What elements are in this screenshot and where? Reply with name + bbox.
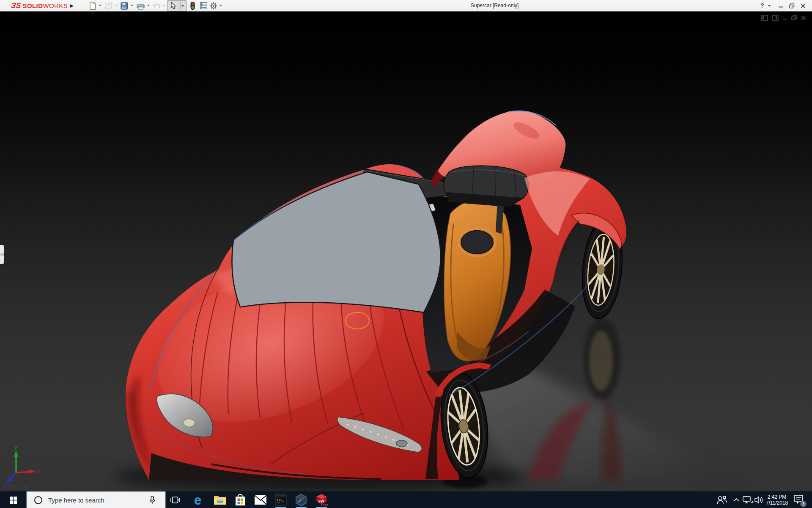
- help-button[interactable]: ?: [760, 0, 764, 11]
- open-caret[interactable]: [115, 5, 118, 6]
- solidworks-2017-icon: SW 2017: [315, 493, 328, 507]
- graphics-viewport[interactable]: Y X Z *Dimetric: [0, 11, 812, 491]
- printer-icon: [137, 2, 145, 10]
- windows-taskbar: e: [0, 491, 812, 508]
- start-button[interactable]: [0, 491, 26, 508]
- minimize-button[interactable]: [778, 0, 783, 11]
- view-orientation-label: *Dimetric: [8, 484, 30, 490]
- new-document-button[interactable]: [88, 1, 97, 10]
- tray-time: 2:42 PM: [768, 494, 787, 500]
- network-icon: [743, 496, 753, 504]
- restore-icon: [789, 3, 795, 8]
- chevron-up-icon: [733, 498, 739, 502]
- taskbar-item-mail[interactable]: [251, 491, 270, 508]
- edge-icon: e: [193, 494, 206, 506]
- svg-text:Y: Y: [14, 447, 17, 451]
- open-button[interactable]: [104, 1, 114, 10]
- taskbar-item-store[interactable]: [231, 491, 250, 508]
- print-caret[interactable]: [147, 5, 150, 6]
- svg-text:2017: 2017: [321, 503, 328, 507]
- search-input[interactable]: [47, 496, 134, 504]
- save-floppy-icon: [121, 2, 128, 10]
- rebuild-button[interactable]: [188, 1, 197, 10]
- tray-date: 7/11/2018: [766, 500, 788, 506]
- task-view-button[interactable]: [166, 491, 184, 508]
- tray-network[interactable]: [743, 491, 753, 508]
- select-split-divider: [180, 2, 181, 10]
- svg-text:e: e: [194, 494, 201, 506]
- cortana-icon: [34, 496, 42, 504]
- tray-volume[interactable]: [754, 491, 764, 508]
- taskbar-item-composer[interactable]: [292, 491, 310, 508]
- restore-button[interactable]: [789, 0, 795, 11]
- svg-text:C:\_: C:\_: [277, 498, 284, 502]
- taskbar-item-command-prompt[interactable]: C:\_: [272, 491, 290, 508]
- svg-text:SW: SW: [318, 499, 324, 503]
- svg-text:X: X: [37, 469, 40, 474]
- taskbar-item-solidworks[interactable]: SW 2017: [312, 491, 331, 508]
- options-caret[interactable]: [219, 5, 222, 6]
- close-icon: [801, 3, 806, 8]
- file-explorer-icon: [214, 494, 226, 505]
- document-title: Supercar [Read-only]: [471, 0, 518, 11]
- minimize-icon: [778, 3, 783, 8]
- taskbar-item-file-explorer[interactable]: [211, 491, 229, 508]
- select-tool-button[interactable]: [167, 0, 187, 11]
- car-3d-render[interactable]: [0, 11, 812, 491]
- solidworks-window: ЗS SOLID WORKS ▶: [0, 0, 812, 508]
- print-button[interactable]: [136, 1, 145, 10]
- undo-caret[interactable]: [163, 5, 165, 6]
- microphone-icon[interactable]: [149, 496, 156, 504]
- traffic-light-icon: [190, 2, 195, 10]
- tray-clock[interactable]: 2:42 PM 7/11/2018: [765, 491, 789, 508]
- taskbar-item-edge[interactable]: e: [190, 491, 209, 508]
- people-icon: [716, 495, 727, 505]
- help-caret[interactable]: [768, 5, 771, 7]
- undo-arrow-icon: [152, 3, 161, 9]
- select-cursor-icon: [171, 2, 176, 9]
- select-caret[interactable]: [181, 5, 184, 7]
- tray-chevron[interactable]: [733, 491, 739, 508]
- solidworks-logo: ЗS SOLID WORKS: [11, 1, 68, 10]
- save-caret[interactable]: [131, 5, 133, 6]
- dassault-logo-mark: ЗS: [11, 1, 22, 10]
- open-folder-icon: [105, 2, 113, 9]
- menu-flyout-arrow[interactable]: ▶: [69, 2, 75, 9]
- windshield: [232, 172, 441, 319]
- mail-icon: [254, 495, 267, 505]
- hexagon-app-icon: [295, 494, 307, 506]
- orientation-triad: Y X Z: [3, 447, 42, 489]
- speaker-icon: [754, 496, 764, 504]
- close-button[interactable]: [801, 0, 806, 11]
- title-bar: ЗS SOLID WORKS ▶: [0, 0, 812, 12]
- options-button[interactable]: [209, 1, 218, 10]
- command-prompt-icon: C:\_: [275, 494, 287, 506]
- new-document-icon: [89, 2, 96, 10]
- undo-button[interactable]: [152, 1, 161, 10]
- windows-logo-icon: [10, 497, 17, 504]
- svg-text:Z: Z: [4, 484, 7, 489]
- new-document-caret[interactable]: [99, 5, 102, 6]
- file-properties-icon: [200, 2, 207, 9]
- file-properties-button[interactable]: [199, 1, 208, 10]
- action-center-button[interactable]: 3: [793, 491, 804, 508]
- store-icon: [235, 494, 246, 506]
- gear-icon: [210, 2, 217, 10]
- save-button[interactable]: [120, 1, 129, 10]
- taskbar-search[interactable]: [26, 491, 166, 508]
- tray-people[interactable]: [716, 491, 727, 508]
- notification-badge: 3: [800, 501, 807, 507]
- task-view-icon: [170, 496, 180, 504]
